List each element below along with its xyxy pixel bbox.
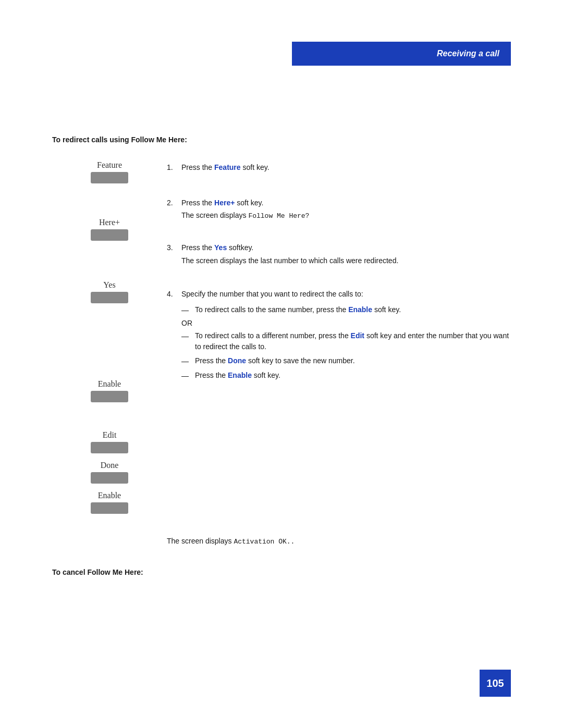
dash-icon-2: — (181, 330, 191, 352)
softkey-edit-group: Edit (52, 430, 167, 456)
softkey-enable1-label: Enable (98, 379, 121, 389)
softkey-feature-button[interactable] (91, 172, 128, 183)
step-3-body: Press the Yes softkey. (181, 242, 511, 253)
softkey-done-group: Done (52, 461, 167, 487)
step-4-body: Specify the number that you want to redi… (181, 288, 511, 300)
softkey-done-label: Done (101, 461, 119, 470)
or-text: OR (181, 319, 511, 327)
substep-done-text: Press the Done soft key to save the new … (195, 355, 355, 367)
step-4-number: 4. (167, 288, 181, 300)
softkey-yes-group: Yes (52, 280, 167, 306)
softkey-done-button[interactable] (91, 472, 128, 484)
substep-enable2-text: Press the Enable soft key. (195, 370, 280, 381)
feature-link: Feature (214, 163, 241, 171)
page-number-box: 105 (480, 670, 511, 697)
page-container: Receiving a call To redirect calls using… (0, 0, 563, 728)
softkey-enable1-button[interactable] (91, 391, 128, 402)
follow-me-here-mono: Follow Me Here? (248, 212, 309, 220)
step-1: 1. Press the Feature soft key. (167, 162, 511, 173)
softkey-hereplus-label: Here+ (99, 218, 120, 227)
step-1-number: 1. (167, 162, 181, 173)
substep-enable-text: To redirect calls to the same number, pr… (195, 304, 401, 316)
step-4-container: 4. Specify the number that you want to r… (167, 288, 511, 381)
done-link: Done (228, 356, 246, 365)
softkey-enable2-button[interactable] (91, 502, 128, 514)
step-1-body: Press the Feature soft key. (181, 162, 511, 173)
step-4-substeps: — To redirect calls to the same number, … (167, 304, 511, 381)
step-3-sub: The screen displays the last number to w… (167, 255, 511, 266)
section2-heading: To cancel Follow Me Here: (52, 568, 511, 576)
enable-link-2: Enable (228, 371, 252, 379)
edit-link: Edit (351, 331, 364, 340)
softkey-enable2-label: Enable (98, 491, 121, 500)
softkey-feature-label: Feature (97, 161, 122, 170)
step-2-number: 2. (167, 197, 181, 208)
substep-edit-text: To redirect calls to a different number,… (195, 330, 511, 352)
softkey-enable1-group: Enable (52, 379, 167, 405)
softkey-enable2-group: Enable (52, 491, 167, 517)
section1-heading: To redirect calls using Follow Me Here: (52, 135, 511, 144)
enable-link-1: Enable (348, 305, 372, 314)
instructions-combined: Feature Here+ Yes Enable (52, 158, 511, 517)
activation-text: The screen displays Activation OK.. (52, 536, 511, 547)
dash-icon-3: — (181, 355, 191, 367)
header-title: Receiving a call (437, 49, 499, 58)
step-3-number: 3. (167, 242, 181, 253)
right-column: 1. Press the Feature soft key. 2. Press … (167, 158, 511, 517)
substep-enable2: — Press the Enable soft key. (181, 370, 511, 381)
activation-mono: Activation OK.. (234, 538, 295, 546)
substep-edit: — To redirect calls to a different numbe… (181, 330, 511, 352)
step-2-container: 2. Press the Here+ soft key. The screen … (167, 197, 511, 219)
spacer-step4 (52, 348, 167, 379)
dash-icon-4: — (181, 370, 191, 381)
softkey-hereplus-group: Here+ (52, 218, 167, 244)
header-bar: Receiving a call (292, 42, 511, 66)
main-content: To redirect calls using Follow Me Here: … (0, 135, 563, 576)
softkey-feature-group: Feature (52, 161, 167, 187)
step-2-sub: The screen displays Follow Me Here? (167, 211, 511, 220)
softkey-yes-label: Yes (103, 280, 115, 290)
page-number: 105 (486, 677, 504, 689)
substep-enable: — To redirect calls to the same number, … (181, 304, 511, 316)
hereplus-link: Here+ (214, 199, 235, 207)
step-3-container: 3. Press the Yes softkey. The screen dis… (167, 242, 511, 266)
softkey-edit-label: Edit (103, 430, 117, 440)
softkey-yes-button[interactable] (91, 292, 128, 303)
left-column: Feature Here+ Yes Enable (52, 158, 167, 517)
softkey-hereplus-button[interactable] (91, 229, 128, 241)
substep-done: — Press the Done soft key to save the ne… (181, 355, 511, 367)
step-4: 4. Specify the number that you want to r… (167, 288, 511, 300)
step-2-body: Press the Here+ soft key. (181, 197, 511, 208)
step-3: 3. Press the Yes softkey. (167, 242, 511, 253)
softkey-edit-button[interactable] (91, 442, 128, 453)
yes-link: Yes (214, 243, 227, 252)
step-2: 2. Press the Here+ soft key. (167, 197, 511, 208)
dash-icon-1: — (181, 304, 191, 316)
